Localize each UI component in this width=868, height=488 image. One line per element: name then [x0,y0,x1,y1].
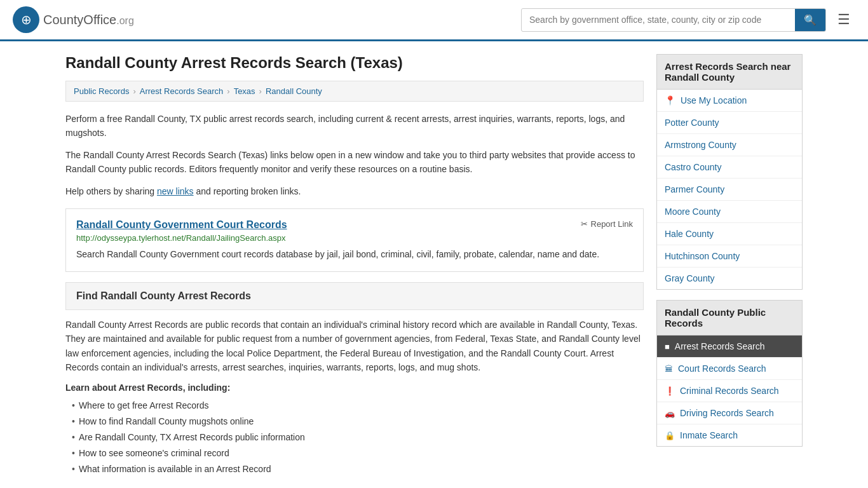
logo-name: CountyOffice [43,13,116,27]
logo-area: ⊕ CountyOffice.org [13,6,134,33]
court-icon: 🏛 [665,364,673,374]
county-castro[interactable]: Castro County [657,156,802,179]
logo-icon: ⊕ [13,6,39,33]
use-my-location-item[interactable]: 📍 Use My Location [657,90,802,112]
record-inmate[interactable]: 🔒 Inmate Search [657,424,802,446]
hale-county-label: Hale County [665,229,714,239]
location-icon: 📍 [665,95,675,105]
record-arrest[interactable]: ■ Arrest Records Search [657,336,802,358]
learn-item-3: Are Randall County, TX Arrest Records pu… [72,430,644,445]
arrest-records-label: Arrest Records Search [675,341,765,351]
desc3-prefix: Help others by sharing [65,186,157,196]
castro-county-label: Castro County [665,162,721,172]
description-2: The Randall County Arrest Records Search… [65,148,644,177]
header-right: 🔍 ☰ [521,8,855,32]
county-hale-link[interactable]: Hale County [657,223,802,245]
county-parmer-link[interactable]: Parmer County [657,179,802,200]
parmer-county-label: Parmer County [665,184,724,194]
use-my-location-label: Use My Location [681,95,747,105]
record-desc: Search Randall County Government court r… [76,248,633,261]
county-gray-link[interactable]: Gray County [657,268,802,289]
county-potter[interactable]: Potter County [657,112,802,134]
arrest-icon: ■ [665,342,670,351]
breadcrumb-texas[interactable]: Texas [234,86,255,96]
breadcrumb-arrest-records[interactable]: Arrest Records Search [140,86,224,96]
learn-item-4: How to see someone's criminal record [72,445,644,461]
potter-county-label: Potter County [665,118,719,128]
breadcrumb-sep-1: › [133,86,135,96]
hutchinson-county-label: Hutchinson County [665,251,740,261]
record-driving[interactable]: 🚗 Driving Records Search [657,402,802,424]
report-link-label: Report Link [591,219,633,229]
learn-heading: Learn about Arrest Records, including: [65,383,644,393]
county-moore-link[interactable]: Moore County [657,201,802,222]
learn-list: Where to get free Arrest Records How to … [65,398,644,478]
county-hale[interactable]: Hale County [657,223,802,245]
gray-county-label: Gray County [665,273,715,283]
nearby-section-title: Arrest Records Search near Randall Count… [656,54,803,90]
driving-records-link[interactable]: 🚗 Driving Records Search [657,402,802,424]
inmate-search-label: Inmate Search [680,430,738,440]
find-section-header: Find Randall County Arrest Records [65,282,644,310]
breadcrumb-randall[interactable]: Randall County [266,86,322,96]
find-description: Randall County Arrest Records are public… [65,318,644,375]
moore-county-label: Moore County [665,207,721,217]
find-heading: Find Randall County Arrest Records [76,290,633,302]
court-records-link[interactable]: 🏛 Court Records Search [657,358,802,379]
new-links-link[interactable]: new links [157,186,194,196]
search-bar: 🔍 [521,8,826,32]
driving-records-label: Driving Records Search [680,408,774,418]
learn-item-5: What information is available in an Arre… [72,461,644,477]
learn-item-2: How to find Randall County mugshots onli… [72,414,644,430]
description-block: Perform a free Randall County, TX public… [65,112,644,198]
logo-suffix: .org [116,15,134,26]
criminal-records-link[interactable]: ❗ Criminal Records Search [657,380,802,402]
armstrong-county-label: Armstrong County [665,140,736,150]
sidebar: Arrest Records Search near Randall Count… [656,54,803,477]
public-records-section-title: Randall County Public Records [656,300,803,336]
search-input[interactable] [522,10,795,30]
county-hutchinson-link[interactable]: Hutchinson County [657,245,802,267]
county-castro-link[interactable]: Castro County [657,156,802,178]
county-hutchinson[interactable]: Hutchinson County [657,245,802,268]
driving-icon: 🚗 [665,409,675,418]
county-moore[interactable]: Moore County [657,201,802,223]
report-link[interactable]: ✂ Report Link [581,219,633,229]
record-criminal[interactable]: ❗ Criminal Records Search [657,380,802,402]
county-potter-link[interactable]: Potter County [657,112,802,133]
main-container: Randall County Arrest Records Search (Te… [53,41,815,488]
record-box: ✂ Report Link Randall County Government … [65,208,644,272]
content-area: Randall County Arrest Records Search (Te… [65,54,644,477]
breadcrumb-sep-2: › [227,86,229,96]
record-court[interactable]: 🏛 Court Records Search [657,358,802,380]
criminal-icon: ❗ [665,386,675,396]
inmate-icon: 🔒 [665,431,675,440]
use-my-location-link[interactable]: 📍 Use My Location [657,90,802,111]
logo-text: CountyOffice.org [43,13,134,27]
breadcrumb: Public Records › Arrest Records Search ›… [65,81,644,102]
page-title: Randall County Arrest Records Search (Te… [65,54,644,72]
report-icon: ✂ [581,219,588,229]
breadcrumb-public-records[interactable]: Public Records [74,86,129,96]
desc3-suffix: and reporting broken links. [194,186,301,196]
search-button[interactable]: 🔍 [795,9,825,31]
county-gray[interactable]: Gray County [657,268,802,289]
record-url: http://odysseypa.tylerhost.net/Randall/J… [76,233,633,243]
site-header: ⊕ CountyOffice.org 🔍 ☰ [0,0,868,41]
public-records-list: ■ Arrest Records Search 🏛 Court Records … [656,336,803,447]
court-records-label: Court Records Search [678,363,766,374]
breadcrumb-sep-3: › [259,86,262,96]
learn-item-1: Where to get free Arrest Records [72,398,644,414]
county-parmer[interactable]: Parmer County [657,179,802,201]
county-armstrong-link[interactable]: Armstrong County [657,134,802,156]
arrest-records-link[interactable]: ■ Arrest Records Search [657,336,802,357]
nearby-counties-list: 📍 Use My Location Potter County Armstron… [656,90,803,290]
record-title[interactable]: Randall County Government Court Records [76,219,633,231]
county-armstrong[interactable]: Armstrong County [657,134,802,156]
inmate-search-link[interactable]: 🔒 Inmate Search [657,424,802,446]
criminal-records-label: Criminal Records Search [680,386,779,396]
menu-icon[interactable]: ☰ [832,9,855,30]
description-3: Help others by sharing new links and rep… [65,184,644,198]
description-1: Perform a free Randall County, TX public… [65,112,644,140]
